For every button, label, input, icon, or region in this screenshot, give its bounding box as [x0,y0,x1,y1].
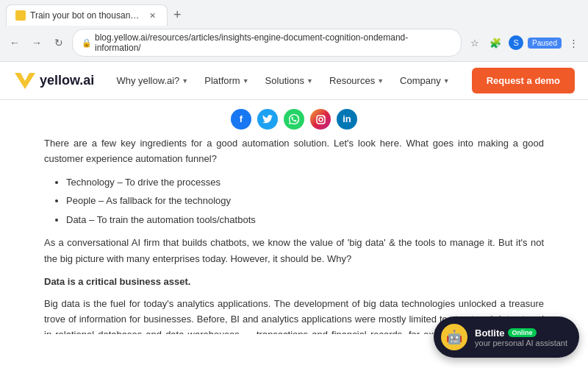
chat-name-row: Botlite Online [475,328,567,339]
chevron-down-icon: ▼ [243,77,249,85]
menu-button[interactable]: ⋮ [564,34,582,52]
tab-favicon [15,10,26,21]
chevron-down-icon: ▼ [377,77,384,85]
tab-bar: Train your bot on thousands o ✕ + [0,0,588,26]
bullet-list: Technology – To drive the processes Peop… [66,174,544,227]
chat-bubble[interactable]: 🤖 Botlite Online your personal AI assist… [434,316,579,358]
nav-solutions[interactable]: Solutions ▼ [258,71,320,91]
online-badge: Online [508,328,536,337]
nav-resources[interactable]: Resources ▼ [322,71,391,91]
whatsapp-share-button[interactable] [284,109,304,130]
active-tab[interactable]: Train your bot on thousands o ✕ [6,4,168,26]
url-text: blog.yellow.ai/resources/articles/insigh… [95,32,452,53]
list-item: Technology – To drive the processes [66,174,544,190]
nav-why-yellow-label: Why yellow.ai? [116,75,179,86]
nav-company-label: Company [400,75,441,86]
intro-paragraph: There are a few key ingredients for a go… [44,135,544,167]
profile-button[interactable]: S [507,34,525,52]
lock-icon: 🔒 [82,38,92,48]
nav-resources-label: Resources [329,75,375,86]
nav-platform-label: Platform [204,75,240,86]
social-share-row: f in [44,100,544,135]
forward-button[interactable]: → [28,34,46,52]
logo-icon [15,73,35,89]
browser-chrome: Train your bot on thousands o ✕ + ← → ↻ … [0,0,588,62]
nav-why-yellow[interactable]: Why yellow.ai? ▼ [109,71,196,91]
data-heading: Data is a critical business asset. [44,274,544,289]
instagram-share-button[interactable] [310,109,331,130]
url-domain: blog.yellow.ai [95,32,147,43]
list-item: Data – To train the automation tools/cha… [66,212,544,227]
chat-avatar: 🤖 [441,324,467,350]
list-item: People – As fallback for the technology [66,193,544,208]
logo[interactable]: yellow.ai [15,73,94,89]
logo-text: yellow.ai [40,73,94,88]
extensions-button[interactable]: 🧩 [487,34,504,52]
nav-solutions-label: Solutions [265,75,304,86]
tab-title: Train your bot on thousands o [30,10,142,21]
svg-marker-0 [15,73,35,89]
chevron-down-icon: ▼ [443,77,450,85]
bookmark-button[interactable]: ☆ [466,34,484,52]
conversational-ai-paragraph: As a conversational AI firm that builds … [44,235,544,266]
paused-badge: Paused [528,38,562,49]
new-tab-button[interactable]: + [168,4,187,26]
svg-point-2 [319,118,323,121]
chevron-down-icon: ▼ [182,77,188,85]
chat-info: Botlite Online your personal AI assistan… [475,328,567,347]
address-bar-row: ← → ↻ 🔒 blog.yellow.ai/resources/article… [0,26,588,61]
nav-menu: Why yellow.ai? ▼ Platform ▼ Solutions ▼ … [109,71,456,91]
twitter-share-button[interactable] [257,109,278,130]
nav-company[interactable]: Company ▼ [392,71,457,91]
facebook-share-button[interactable]: f [231,109,251,130]
request-demo-button[interactable]: Request a demo [472,68,575,93]
browser-actions: ☆ 🧩 S Paused ⋮ [466,34,582,52]
page-content: f in There are a few key ingredients for… [0,100,588,334]
nav-platform[interactable]: Platform ▼ [197,71,256,91]
back-button[interactable]: ← [6,34,24,52]
tab-close-button[interactable]: ✕ [146,10,158,21]
linkedin-share-button[interactable]: in [337,109,357,130]
profile-circle: S [509,35,523,50]
chevron-down-icon: ▼ [306,77,313,85]
chat-subtitle: your personal AI assistant [475,339,567,347]
site-header: yellow.ai Why yellow.ai? ▼ Platform ▼ So… [0,62,588,100]
svg-point-3 [323,116,324,118]
reload-button[interactable]: ↻ [50,34,68,52]
address-bar[interactable]: 🔒 blog.yellow.ai/resources/articles/insi… [72,29,462,57]
chat-name: Botlite [475,328,504,339]
